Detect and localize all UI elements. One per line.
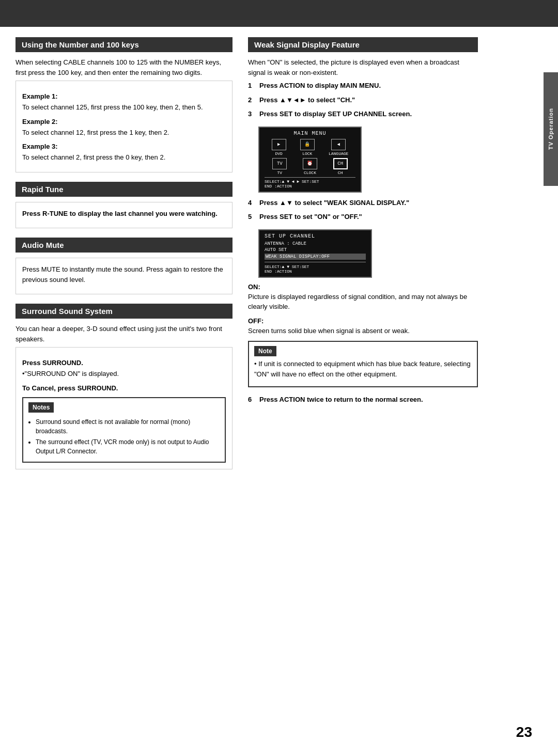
surround-press-result: •"SURROUND ON" is displayed. — [22, 369, 226, 379]
section-number-keys-intro: When selecting CABLE channels 100 to 125… — [16, 57, 233, 77]
step-2: 2 Press ▲▼◄► to select "CH." — [248, 95, 478, 105]
section-rapid-tune: Rapid Tune Press R-TUNE to display the l… — [16, 182, 233, 229]
example2-text: To select channel 12, first press the 1 … — [22, 128, 226, 138]
surround-notes-header: Notes — [28, 402, 54, 413]
step-4: 4 Press ▲▼ to select "WEAK SIGNAL DISPLA… — [248, 198, 478, 208]
step-3: 3 Press SET to display SET UP CHANNEL sc… — [248, 109, 478, 119]
step-3-text: Press SET to display SET UP CHANNEL scre… — [259, 110, 412, 118]
section-audio-mute: Audio Mute Press MUTE to instantly mute … — [16, 238, 233, 294]
surround-note-2: The surround effect (TV, VCR mode only) … — [36, 437, 220, 456]
clock-label: CLOCK — [304, 170, 316, 175]
example2-label: Example 2: — [22, 118, 226, 125]
off-label: OFF: — [248, 317, 478, 325]
note-box: Note • If unit is connected to equipment… — [248, 341, 478, 387]
channel-row-2: AUTO SET — [265, 247, 366, 253]
examples-box: Example 1: To select channel 125, first … — [16, 81, 233, 172]
example1-label: Example 1: — [22, 92, 226, 100]
main-menu-screen: MAIN MENU ▶ DVD 🔒 LOCK ◀ LANGUAGE — [258, 127, 362, 193]
right-column: Weak Signal Display Feature When "ON" is… — [248, 37, 496, 479]
main-menu-footer2: END :ACTION — [265, 184, 292, 188]
left-column: Using the Number and 100 keys When selec… — [16, 37, 233, 479]
on-label: ON: — [248, 283, 478, 291]
section-weak-signal: Weak Signal Display Feature When "ON" is… — [248, 37, 478, 405]
surround-press-label: Press SURROUND. — [22, 359, 226, 367]
weak-signal-intro: When "ON" is selected, the picture is di… — [248, 57, 478, 77]
page-number: 23 — [516, 724, 532, 741]
surround-cancel-label: To Cancel, press SURROUND. — [22, 384, 226, 392]
channel-row-1: ANTENNA : CABLE — [265, 241, 366, 246]
audio-mute-box: Press MUTE to instantly mute the sound. … — [16, 258, 233, 294]
steps-list-2: 4 Press ▲▼ to select "WEAK SIGNAL DISPLA… — [248, 198, 478, 222]
example2: Example 2: To select channel 12, first p… — [22, 118, 226, 138]
step-6: 6 Press ACTION twice to return to the no… — [248, 395, 478, 405]
note-header: Note — [254, 346, 276, 356]
channel-footer-1: SELECT:▲ ▼ SET:SET — [265, 264, 366, 269]
page-container: TV Operation Using the Number and 100 ke… — [0, 0, 558, 756]
content-area: Using the Number and 100 keys When selec… — [0, 27, 558, 489]
step-5-text: Press SET to set "ON" or "OFF." — [259, 213, 362, 220]
section-number-keys: Using the Number and 100 keys When selec… — [16, 37, 233, 172]
ch-label: CH — [338, 170, 343, 175]
side-tab-label: TV Operation — [548, 108, 554, 150]
clock-icon-main: ⏰ — [303, 158, 317, 169]
surround-notes-box: Notes Surround sound effect is not avail… — [22, 397, 226, 463]
dvd-icon: ▶ — [272, 139, 286, 150]
surround-intro: You can hear a deeper, 3-D sound effect … — [16, 324, 233, 344]
tv-icon: TV — [272, 158, 287, 169]
step-4-text: Press ▲▼ to select "WEAK SIGNAL DISPLAY.… — [259, 199, 409, 207]
section-weak-signal-header: Weak Signal Display Feature — [248, 37, 478, 52]
channel-footer-2: END :ACTION — [265, 269, 366, 274]
note-text: • If unit is connected to equipment whic… — [254, 359, 472, 379]
channel-screen-title: SET UP CHANNEL — [265, 233, 366, 239]
channel-screen: SET UP CHANNEL ANTENNA : CABLE AUTO SET … — [258, 229, 372, 278]
example3-label: Example 3: — [22, 143, 226, 150]
example1: Example 1: To select channel 125, first … — [22, 92, 226, 113]
off-text: Screen turns solid blue when signal is a… — [248, 326, 478, 336]
example3-text: To select channel 2, first press the 0 k… — [22, 152, 226, 163]
ch-icon: CH — [333, 158, 348, 169]
section-number-keys-header: Using the Number and 100 keys — [16, 37, 233, 52]
dvd-label: DVD — [275, 151, 282, 156]
example1-text: To select channel 125, first press the 1… — [22, 102, 226, 113]
rapid-tune-text: Press R-TUNE to display the last channel… — [22, 210, 218, 217]
step-2-text: Press ▲▼◄► to select "CH." — [259, 96, 355, 104]
lock-label: LOCK — [302, 151, 312, 156]
section-surround: Surround Sound System You can hear a dee… — [16, 304, 233, 469]
section-audio-mute-header: Audio Mute — [16, 238, 233, 253]
section-rapid-tune-header: Rapid Tune — [16, 182, 233, 197]
language-label: LANGUAGE — [329, 151, 348, 156]
lock-icon: 🔒 — [300, 139, 315, 150]
step-5: 5 Press SET to set "ON" or "OFF." — [248, 212, 478, 222]
top-header — [0, 0, 558, 27]
tv-label: TV — [277, 170, 283, 175]
main-menu-title: MAIN MENU — [265, 131, 355, 136]
main-menu-footer: SELECT:▲ ▼ ◄ ► SET:SET — [265, 179, 319, 184]
audio-mute-text: Press MUTE to instantly mute the sound. … — [22, 264, 226, 285]
section-surround-header: Surround Sound System — [16, 304, 233, 319]
steps-list: 1 Press ACTION to display MAIN MENU. 2 P… — [248, 81, 478, 119]
step-6-text: Press ACTION twice to return to the norm… — [259, 396, 423, 403]
surround-box: Press SURROUND. •"SURROUND ON" is displa… — [16, 347, 233, 469]
step-6-list: 6 Press ACTION twice to return to the no… — [248, 395, 478, 405]
language-icon: ◀ — [331, 139, 346, 150]
channel-row-3: WEAK SIGNAL DISPLAY:OFF — [265, 254, 366, 260]
example3: Example 3: To select channel 2, first pr… — [22, 143, 226, 163]
surround-notes-list: Surround sound effect is not available f… — [28, 417, 220, 456]
on-text: Picture is displayed regardless of signa… — [248, 292, 478, 312]
side-tab: TV Operation — [544, 72, 558, 186]
step-1-text: Press ACTION to display MAIN MENU. — [259, 82, 381, 89]
rapid-tune-box: Press R-TUNE to display the last channel… — [16, 202, 233, 229]
step-1: 1 Press ACTION to display MAIN MENU. — [248, 81, 478, 91]
surround-note-1: Surround sound effect is not available f… — [36, 417, 220, 436]
